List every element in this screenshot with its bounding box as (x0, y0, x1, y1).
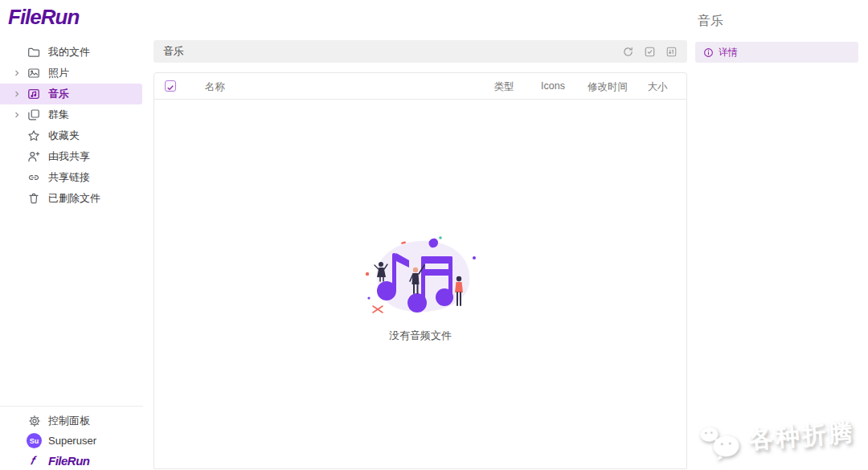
breadcrumb[interactable]: 音乐 (163, 44, 184, 59)
chevron-right-icon[interactable] (13, 69, 21, 77)
toolbar-icons (622, 46, 678, 58)
select-mode-icon[interactable] (644, 46, 656, 58)
sidebar-item-label: 照片 (48, 66, 69, 80)
music-notes-illustration (359, 232, 481, 316)
star-icon (27, 129, 40, 142)
folder-icon (27, 46, 40, 59)
filerun-footer-item[interactable]: 𝑓 FileRun (0, 451, 143, 470)
sidebar-item-shared-links[interactable]: 共享链接 (0, 167, 149, 188)
link-icon (27, 171, 40, 184)
avatar: Su (27, 433, 42, 448)
sidebar-item-label: 由我共享 (48, 149, 90, 164)
control-panel-label: 控制面板 (48, 414, 90, 428)
filerun-f-icon: 𝑓 (31, 454, 34, 468)
sidebar-footer: 控制面板 Su Superuser 𝑓 FileRun (0, 406, 143, 470)
share-user-icon (27, 150, 40, 163)
collections-icon (27, 108, 40, 121)
chevron-right-icon[interactable] (13, 111, 21, 119)
trash-icon (27, 192, 40, 205)
details-tab-label: 详情 (719, 46, 738, 59)
details-panel-title: 音乐 (698, 13, 723, 30)
column-header-type[interactable]: 类型 (480, 80, 528, 94)
sidebar-item-collections[interactable]: 群集 (0, 104, 149, 125)
watermark-text: 各种折腾 (748, 416, 857, 456)
app-logo[interactable]: FileRun (8, 5, 79, 30)
sidebar-item-label: 群集 (48, 108, 69, 122)
sidebar-item-music[interactable]: 音乐 (0, 84, 142, 104)
control-panel-item[interactable]: 控制面板 (0, 411, 143, 431)
sidebar: 我的文件 照片 音乐 群集 收藏夹 (0, 42, 149, 209)
wechat-bubbles-icon (697, 421, 746, 463)
check-icon (166, 83, 175, 92)
sidebar-item-deleted-files[interactable]: 已删除文件 (0, 188, 149, 209)
sort-icon[interactable] (665, 46, 678, 58)
sidebar-item-photos[interactable]: 照片 (0, 63, 149, 84)
watermark: 各种折腾 (697, 413, 857, 463)
chevron-right-icon[interactable] (13, 90, 21, 98)
footer-logo: FileRun (48, 454, 90, 468)
user-name: Superuser (48, 435, 96, 447)
column-header-modified[interactable]: 修改时间 (575, 80, 640, 94)
user-account-item[interactable]: Su Superuser (0, 431, 143, 451)
gear-icon (28, 415, 41, 427)
column-header-icons[interactable]: Icons (529, 80, 577, 92)
sidebar-item-my-files[interactable]: 我的文件 (0, 42, 149, 63)
sidebar-item-favorites[interactable]: 收藏夹 (0, 125, 149, 146)
column-header-size[interactable]: 大小 (633, 80, 682, 94)
sidebar-item-label: 收藏夹 (48, 129, 80, 143)
sidebar-item-label: 音乐 (48, 87, 69, 101)
select-all-checkbox[interactable] (165, 80, 176, 92)
music-folder-icon (27, 88, 40, 100)
empty-message: 没有音频文件 (389, 329, 452, 343)
column-header-name[interactable]: 名称 (205, 80, 225, 94)
sidebar-item-label: 我的文件 (48, 45, 90, 59)
sidebar-item-label: 已删除文件 (48, 191, 100, 206)
info-icon (703, 47, 714, 58)
empty-state: 没有音频文件 (154, 232, 686, 343)
table-header-row: 名称 类型 Icons 修改时间 大小 (154, 73, 686, 100)
file-list-panel: 名称 类型 Icons 修改时间 大小 (154, 72, 687, 469)
sidebar-item-shared-by-me[interactable]: 由我共享 (0, 146, 149, 167)
refresh-icon[interactable] (622, 46, 634, 58)
photos-icon (27, 67, 40, 80)
details-tab[interactable]: 详情 (695, 42, 858, 63)
sidebar-item-label: 共享链接 (48, 170, 90, 185)
main-toolbar: 音乐 (154, 40, 687, 63)
